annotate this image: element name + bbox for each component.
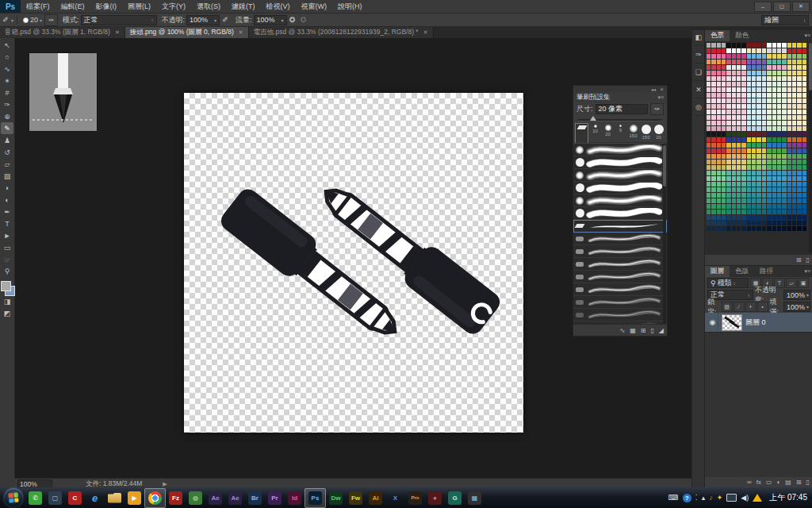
swatch[interactable] — [707, 154, 710, 159]
swatch[interactable] — [711, 198, 715, 203]
swatch[interactable] — [787, 121, 791, 125]
swatch[interactable] — [762, 132, 766, 137]
media-player-app[interactable]: ▶ — [124, 489, 144, 507]
swatch[interactable] — [707, 43, 710, 48]
swatch[interactable] — [756, 71, 760, 75]
swatch[interactable] — [767, 87, 771, 92]
blur-tool[interactable]: ◗ — [1, 182, 13, 194]
swatch[interactable] — [756, 187, 760, 192]
swatch[interactable] — [722, 226, 726, 231]
swatch[interactable] — [741, 215, 745, 220]
swatch[interactable] — [717, 204, 721, 209]
ccleaner-app[interactable]: C — [65, 489, 85, 507]
swatch[interactable] — [772, 71, 776, 75]
swatch[interactable] — [767, 204, 771, 209]
swatch[interactable] — [797, 93, 801, 98]
swatch[interactable] — [772, 187, 776, 192]
swatch[interactable] — [767, 148, 771, 153]
swatch[interactable] — [756, 43, 760, 48]
input-method-icon[interactable]: ⌨ — [668, 494, 679, 502]
swatch[interactable] — [782, 221, 786, 225]
swatch[interactable] — [717, 215, 721, 220]
swatch[interactable] — [752, 60, 756, 64]
swatch[interactable] — [762, 193, 766, 198]
swatch[interactable] — [787, 87, 791, 92]
swatch[interactable] — [777, 48, 781, 53]
swatch[interactable] — [741, 171, 745, 175]
swatch[interactable] — [752, 104, 756, 109]
swatch[interactable] — [792, 148, 796, 153]
swatch[interactable] — [772, 154, 776, 159]
swatch[interactable] — [747, 93, 751, 98]
swatch[interactable] — [732, 221, 736, 225]
swatch[interactable] — [762, 226, 766, 231]
swatch[interactable] — [707, 187, 710, 192]
swatch[interactable] — [722, 132, 726, 137]
swatch[interactable] — [711, 165, 715, 170]
swatch[interactable] — [792, 54, 796, 59]
swatch[interactable] — [722, 215, 726, 220]
swatch[interactable] — [732, 154, 736, 159]
swatch[interactable] — [707, 132, 710, 137]
swatch[interactable] — [747, 182, 751, 187]
swatch[interactable] — [722, 165, 726, 170]
swatch[interactable] — [711, 71, 715, 75]
pro-app[interactable]: Pro — [405, 489, 425, 507]
show-hidden-icons[interactable]: ▴ — [702, 494, 706, 502]
layer-effects-icon[interactable]: fx — [756, 479, 761, 486]
scrollbar-thumb[interactable] — [663, 145, 666, 187]
swatch[interactable] — [726, 210, 730, 214]
swatch[interactable] — [756, 193, 760, 198]
swatch[interactable] — [782, 198, 786, 203]
swatch[interactable] — [732, 198, 736, 203]
swatch[interactable] — [747, 121, 751, 125]
menu-item[interactable]: 影像(I) — [90, 0, 123, 13]
swatch[interactable] — [802, 187, 806, 192]
swatch[interactable] — [797, 182, 801, 187]
dreamweaver-app[interactable]: Dw — [326, 489, 346, 507]
messenger-app[interactable]: ✆ — [25, 489, 45, 507]
swatch[interactable] — [722, 182, 726, 187]
swatch[interactable] — [752, 71, 756, 75]
brush-stroke-item[interactable] — [573, 207, 667, 220]
swatch[interactable] — [787, 104, 791, 109]
swatch[interactable] — [707, 76, 710, 81]
swatch[interactable] — [707, 215, 710, 220]
tab-layers-2[interactable]: 路徑 — [754, 266, 779, 277]
swatch[interactable] — [711, 87, 715, 92]
swatch[interactable] — [797, 215, 801, 220]
swatch[interactable] — [752, 176, 756, 181]
swatch[interactable] — [762, 93, 766, 98]
swatch[interactable] — [752, 93, 756, 98]
swatch[interactable] — [792, 198, 796, 203]
swatch[interactable] — [747, 104, 751, 109]
swatch[interactable] — [741, 60, 745, 64]
swatch[interactable] — [762, 126, 766, 131]
swatch[interactable] — [726, 176, 730, 181]
swatch[interactable] — [732, 226, 736, 231]
swatch[interactable] — [797, 48, 801, 53]
swatch[interactable] — [767, 54, 771, 59]
swatch[interactable] — [752, 215, 756, 220]
swatch[interactable] — [711, 171, 715, 175]
brush-tool[interactable]: ✎ — [1, 122, 13, 134]
swatch[interactable] — [741, 148, 745, 153]
swatch[interactable] — [737, 160, 741, 164]
swatch[interactable] — [732, 98, 736, 103]
swatch[interactable] — [762, 204, 766, 209]
swatch[interactable] — [722, 82, 726, 87]
swatch[interactable] — [797, 60, 801, 64]
eyedropper-tool[interactable]: ✑ — [1, 98, 13, 110]
swatch[interactable] — [777, 176, 781, 181]
swatch[interactable] — [747, 226, 751, 231]
swatch[interactable] — [802, 160, 806, 164]
swatch[interactable] — [762, 110, 766, 114]
swatch[interactable] — [797, 148, 801, 153]
swatch[interactable] — [741, 121, 745, 125]
swatch[interactable] — [797, 110, 801, 114]
swatch[interactable] — [711, 160, 715, 164]
swatch[interactable] — [726, 154, 730, 159]
swatch[interactable] — [747, 154, 751, 159]
swatch[interactable] — [797, 154, 801, 159]
swatch[interactable] — [797, 126, 801, 131]
